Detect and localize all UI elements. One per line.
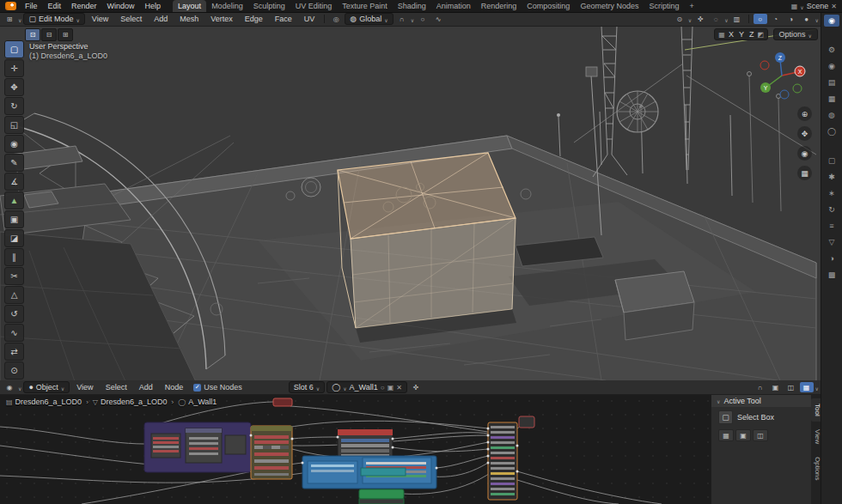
tool-bevel[interactable]: ◪ — [4, 229, 24, 247]
slot-grid-icon[interactable]: ▦ — [800, 382, 814, 392]
rail-tab-texture[interactable]: ▩ — [824, 269, 839, 281]
menu-add[interactable]: Add — [134, 383, 158, 392]
workspace-tab-geometry-nodes[interactable]: Geometry Nodes — [575, 0, 644, 12]
zoom-icon[interactable]: ⊕ — [797, 106, 812, 121]
select-mode-subtract-icon[interactable]: ◫ — [753, 429, 768, 441]
tool-loop-cut[interactable]: ∥ — [4, 248, 24, 266]
menu-uv[interactable]: UV — [299, 15, 320, 23]
viewport-3d[interactable]: ⊡ ⊟ ⊞ ▦ X Y Z ◩ Options ∨ User Perspecti… — [0, 26, 821, 380]
node-small-red[interactable] — [273, 398, 292, 406]
material-selector[interactable]: ◯ ∨ A_Wall1 ○ ▣ ✕ — [326, 381, 407, 393]
material-slot-dropdown[interactable]: Slot 6 ∨ — [289, 381, 325, 393]
mirror-x-button[interactable]: X — [727, 30, 735, 39]
overlay-layout-b-icon[interactable]: ◫ — [784, 382, 798, 392]
pivot-point-icon[interactable]: ◎ — [329, 14, 343, 24]
tool-spin[interactable]: ↺ — [4, 305, 24, 323]
node-frame-purple[interactable] — [144, 422, 251, 472]
shading-solid-icon[interactable]: ◔ — [769, 14, 783, 24]
mirror-z-button[interactable]: Z — [747, 30, 756, 39]
node-small-top-right[interactable] — [519, 416, 534, 428]
select-mode-new-icon[interactable]: ▦ — [718, 429, 734, 441]
node-green-header[interactable] — [359, 489, 404, 504]
rail-tab-tool[interactable]: ⚙ — [824, 44, 839, 56]
shading-wireframe-icon[interactable]: ○ — [754, 14, 767, 24]
workspace-tab-uv-editing[interactable]: UV Editing — [290, 0, 338, 12]
vertex-select-mode-button[interactable]: ⊡ — [25, 28, 40, 41]
workspace-tab-animation[interactable]: Animation — [431, 0, 476, 12]
gizmos-toggle-icon[interactable]: ✜ — [693, 14, 707, 24]
rail-tab-world[interactable]: ◯ — [824, 125, 839, 137]
face-select-mode-button[interactable]: ⊞ — [58, 28, 73, 41]
menu-edit[interactable]: Edit — [43, 0, 67, 12]
mode-dropdown[interactable]: ▢ Edit Mode ∨ — [23, 13, 84, 25]
mirror-y-button[interactable]: Y — [737, 30, 746, 39]
blender-logo-icon[interactable] — [5, 2, 16, 10]
rail-tab-view-layer[interactable]: ▦ — [824, 93, 839, 105]
menu-window[interactable]: Window — [102, 0, 140, 12]
tool-annotate[interactable]: ✎ — [4, 154, 24, 172]
tool-measure[interactable]: ∡ — [4, 173, 24, 191]
rail-tab-constraints[interactable]: ≡ — [824, 220, 839, 232]
workspace-tab-shading[interactable]: Shading — [393, 0, 431, 12]
select-mode-extend-icon[interactable]: ▣ — [735, 429, 751, 441]
workspace-tab-sculpting[interactable]: Sculpting — [248, 0, 290, 12]
pin-icon[interactable]: ✜ — [409, 382, 423, 392]
tool-select-box[interactable]: ▢ — [4, 40, 24, 58]
rail-tab-particles[interactable]: ∗ — [824, 187, 839, 199]
xray-toggle-icon[interactable]: ▥ — [730, 14, 744, 24]
menu-mesh[interactable]: Mesh — [174, 15, 204, 23]
menu-file[interactable]: File — [20, 0, 43, 12]
workspace-tab-rendering[interactable]: Rendering — [476, 0, 522, 12]
properties-editor-icon[interactable]: ◉ — [824, 15, 839, 27]
tool-cursor[interactable]: ✛ — [4, 59, 24, 77]
visibility-icon[interactable]: ⊙ — [673, 14, 686, 24]
breadcrumb-mesh[interactable]: ▽ Dresden6_a_LOD0 — [93, 398, 168, 406]
transform-orientation-dropdown[interactable]: ◍ Global ∨ — [345, 13, 393, 25]
editor-type-node-icon[interactable]: ◉ — [3, 382, 16, 392]
tool-rotate[interactable]: ↻ — [4, 97, 24, 115]
rail-tab-physics[interactable]: ↻ — [824, 203, 839, 216]
workspace-tab-scripting[interactable]: Scripting — [644, 0, 684, 12]
tool-transform[interactable]: ◉ — [4, 135, 24, 153]
camera-view-icon[interactable]: ◉ — [797, 146, 812, 161]
tool-poly-build[interactable]: △ — [4, 286, 24, 304]
options-dropdown[interactable]: Options ∨ — [773, 28, 818, 40]
rail-tab-scene[interactable]: ◍ — [824, 109, 839, 121]
active-tool-panel-header[interactable]: ∨ Active Tool — [711, 394, 811, 407]
menu-vertex[interactable]: Vertex — [205, 15, 238, 23]
rail-tab-output[interactable]: ▤ — [824, 76, 839, 88]
tool-extrude-region[interactable]: ▲ — [4, 191, 24, 209]
viewport-scene[interactable] — [0, 26, 821, 380]
node-graph[interactable] — [0, 394, 711, 504]
snap-icon[interactable]: ∩ — [754, 382, 767, 392]
rail-tab-material[interactable]: ◑ — [824, 252, 839, 264]
tool-smooth[interactable]: ∿ — [4, 324, 24, 342]
snap-magnet-icon[interactable]: ∩ — [395, 14, 409, 24]
fake-user-icon[interactable]: ○ — [381, 384, 385, 392]
tool-move[interactable]: ✥ — [4, 78, 24, 96]
workspace-tab-texture-paint[interactable]: Texture Paint — [337, 0, 393, 12]
active-tool-row[interactable]: ▢ Select Box — [711, 407, 811, 428]
workspace-tab-layout[interactable]: Layout — [173, 0, 206, 12]
menu-render[interactable]: Render — [66, 0, 102, 12]
node-blue-group[interactable] — [302, 456, 436, 489]
node-output-stack[interactable] — [488, 422, 517, 500]
tool-edge-slide[interactable]: ⇄ — [4, 343, 24, 361]
tool-shrink-flatten[interactable]: ⊙ — [4, 361, 24, 380]
add-workspace-button[interactable]: + — [684, 0, 699, 12]
proportional-editing-icon[interactable]: ○ — [416, 14, 430, 24]
menu-help[interactable]: Help — [140, 0, 167, 12]
node-orange[interactable] — [251, 426, 292, 479]
breadcrumb-object[interactable]: ▤ Dresden6_a_LOD0 — [6, 398, 82, 406]
rail-tab-render[interactable]: ◉ — [824, 60, 839, 72]
overlay-layout-a-icon[interactable]: ▣ — [769, 382, 783, 392]
mirror-axis-widget[interactable]: ▦ X Y Z ◩ — [714, 28, 768, 40]
menu-select[interactable]: Select — [101, 383, 132, 392]
overlays-toggle-icon[interactable]: ◌ — [709, 14, 723, 24]
tool-knife[interactable]: ✂ — [4, 267, 24, 285]
scene-selector[interactable]: ▦ ∨ Scene ✕ — [791, 2, 839, 10]
menu-add[interactable]: Add — [149, 15, 173, 23]
rail-tab-object-data[interactable]: ▽ — [824, 236, 839, 248]
breadcrumb-material[interactable]: ◯ A_Wall1 — [178, 398, 217, 406]
workspace-tab-modeling[interactable]: Modeling — [206, 0, 248, 12]
